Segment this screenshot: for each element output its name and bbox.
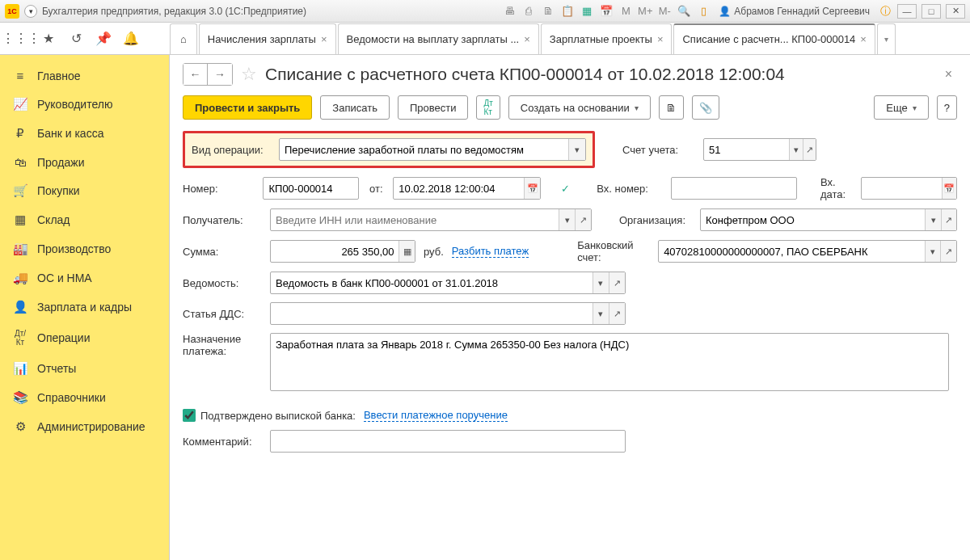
dropdown-icon[interactable]: ▾ [789, 139, 803, 160]
tab-close-icon[interactable]: × [524, 33, 530, 45]
print-icon[interactable]: 🖶 [502, 4, 517, 19]
dds-field[interactable]: ▾ ↗ [270, 302, 626, 325]
apps-icon[interactable]: ⋮⋮⋮ [13, 31, 29, 47]
sidebar-item-purchases[interactable]: 🛒Покупки [0, 176, 169, 205]
tab-home[interactable]: ⌂ [170, 23, 197, 54]
op-type-field[interactable]: ▾ [279, 138, 586, 161]
sidebar-item-warehouse[interactable]: ▦Склад [0, 205, 169, 234]
recipient-input[interactable] [271, 209, 559, 230]
clipboard-icon[interactable]: 📋 [560, 4, 575, 19]
purpose-textarea[interactable] [270, 333, 949, 391]
open-icon[interactable]: ↗ [940, 241, 956, 262]
dropdown-icon[interactable]: ▾ [925, 241, 941, 262]
sidebar-item-bank[interactable]: ₽Банк и касса [0, 119, 169, 148]
calendar-icon[interactable]: 📅 [524, 178, 540, 199]
maximize-button[interactable]: □ [922, 4, 941, 19]
user-badge[interactable]: 👤 Абрамов Геннадий Сергеевич [715, 6, 873, 17]
dropdown-icon[interactable]: ▾ [593, 272, 609, 293]
org-field[interactable]: ▾ ↗ [700, 208, 957, 231]
dropdown-icon[interactable]: ▾ [593, 303, 609, 324]
calc-icon[interactable]: ▦ [580, 4, 594, 19]
open-icon[interactable]: ↗ [803, 139, 816, 160]
dropdown-icon[interactable]: ▾ [559, 209, 575, 230]
tab-overflow[interactable]: ▾ [877, 23, 896, 54]
in-number-field[interactable] [671, 177, 796, 200]
tab-close-icon[interactable]: × [321, 33, 327, 45]
date-field[interactable]: 📅 [393, 177, 541, 200]
printer-icon[interactable]: ⎙ [521, 4, 536, 19]
more-button[interactable]: Еще▾ [874, 95, 928, 120]
close-doc-button[interactable]: × [940, 67, 957, 82]
back-button[interactable]: ← [183, 64, 208, 85]
confirm-checkbox-input[interactable] [183, 409, 196, 422]
tab-close-icon[interactable]: × [657, 33, 664, 45]
tab-writeoff[interactable]: Списание с расчетн... КП00-000014× [673, 23, 875, 54]
m-icon[interactable]: M [618, 4, 633, 19]
open-icon[interactable]: ↗ [941, 209, 956, 230]
report-button[interactable]: 🗎 [659, 95, 684, 120]
forward-button[interactable]: → [208, 64, 232, 85]
sheet-field[interactable]: ▾ ↗ [270, 272, 626, 294]
sidebar-item-assets[interactable]: 🚚ОС и НМА [0, 263, 169, 293]
sheet-input[interactable] [271, 272, 593, 293]
sidebar-item-operations[interactable]: Дт/КтОперации [0, 322, 169, 354]
info-icon[interactable]: ⓘ [878, 4, 892, 19]
sum-input[interactable] [271, 241, 399, 262]
save-button[interactable]: Записать [320, 95, 390, 120]
tab-salary-projects[interactable]: Зарплатные проекты× [541, 23, 673, 54]
m-plus-icon[interactable]: M+ [638, 4, 652, 19]
document-icon[interactable]: 🗎 [541, 4, 555, 19]
calendar-icon[interactable]: 📅 [599, 4, 614, 19]
dds-input[interactable] [271, 303, 593, 324]
m-minus-icon[interactable]: M- [657, 4, 672, 19]
sidebar-item-sales[interactable]: 🛍Продажи [0, 148, 169, 176]
history-icon[interactable]: ↺ [68, 31, 84, 47]
calc-icon[interactable]: ▦ [399, 241, 415, 262]
sidebar-item-production[interactable]: 🏭Производство [0, 234, 169, 263]
sidebar-item-admin[interactable]: ⚙Администрирование [0, 412, 169, 441]
dropdown-icon[interactable]: ▾ [925, 209, 940, 230]
calendar-icon[interactable]: 📅 [942, 178, 956, 199]
minimize-button[interactable]: — [897, 4, 917, 19]
tab-payment-sheets[interactable]: Ведомости на выплату зарплаты ...× [338, 23, 539, 54]
dtkt-button[interactable]: ДтКт [476, 95, 500, 120]
in-date-input[interactable] [862, 178, 942, 199]
split-payment-link[interactable]: Разбить платеж [452, 245, 529, 258]
tab-close-icon[interactable]: × [860, 33, 867, 45]
sidebar-item-reports[interactable]: 📊Отчеты [0, 354, 169, 383]
tab-payroll[interactable]: Начисления зарплаты× [199, 23, 336, 54]
in-number-input[interactable] [672, 178, 795, 199]
bank-acc-field[interactable]: ▾ ↗ [658, 240, 957, 263]
help-button[interactable]: ? [937, 95, 957, 120]
star-icon[interactable]: ★ [40, 31, 57, 47]
open-icon[interactable]: ↗ [609, 272, 625, 293]
sidebar-item-salary[interactable]: 👤Зарплата и кадры [0, 293, 169, 322]
number-input[interactable] [264, 178, 358, 199]
sum-field[interactable]: ▦ [270, 240, 415, 263]
sidebar-item-references[interactable]: 📚Справочники [0, 383, 169, 412]
pin-icon[interactable]: 📌 [95, 31, 112, 47]
number-field[interactable] [263, 177, 359, 200]
post-and-close-button[interactable]: Провести и закрыть [183, 95, 312, 120]
favorite-star-icon[interactable]: ☆ [241, 64, 257, 85]
bell-icon[interactable]: 🔔 [123, 31, 139, 47]
op-type-input[interactable] [280, 139, 568, 160]
date-input[interactable] [394, 178, 524, 199]
bank-acc-input[interactable] [659, 241, 925, 262]
post-button[interactable]: Провести [398, 95, 469, 120]
search-icon[interactable]: 🔍 [677, 4, 691, 19]
confirm-checkbox[interactable]: Подтверждено выпиской банка: [183, 409, 356, 422]
comment-input[interactable] [271, 431, 625, 452]
recipient-field[interactable]: ▾ ↗ [270, 208, 592, 231]
panel-icon[interactable]: ▯ [696, 4, 711, 19]
open-icon[interactable]: ↗ [609, 303, 625, 324]
enter-payment-order-link[interactable]: Ввести платежное поручение [364, 409, 508, 422]
create-based-button[interactable]: Создать на основании▾ [508, 95, 651, 120]
close-window-button[interactable]: ✕ [946, 4, 965, 19]
sidebar-item-main[interactable]: ≡Главное [0, 61, 169, 90]
account-field[interactable]: ▾ ↗ [703, 138, 816, 161]
titlebar-dropdown[interactable]: ▾ [24, 5, 37, 18]
in-date-field[interactable]: 📅 [861, 177, 957, 200]
comment-field[interactable] [270, 430, 626, 453]
sidebar-item-manager[interactable]: 📈Руководителю [0, 90, 169, 119]
